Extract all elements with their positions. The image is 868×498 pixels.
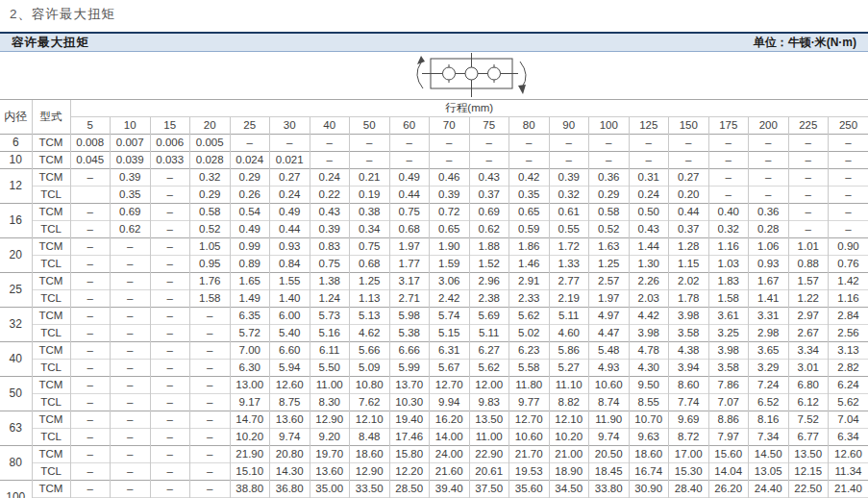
torque-value-cell: 2.26 — [629, 273, 669, 290]
type-cell: TCM — [32, 308, 70, 325]
torque-value-cell: 5.11 — [469, 325, 509, 342]
table-row: TCL–––0.950.890.840.750.681.771.591.521.… — [0, 256, 868, 273]
torque-value-cell: 19.53 — [509, 463, 550, 481]
torque-value-cell: 0.39 — [310, 221, 350, 238]
torque-value-cell: 10.20 — [549, 429, 589, 446]
stroke-header-cell: 200 — [749, 117, 789, 135]
torque-value-cell: 1.41 — [749, 290, 789, 308]
torque-value-cell: 16.20 — [430, 411, 470, 429]
torque-value-cell: 2.57 — [589, 273, 630, 290]
torque-value-cell: 8.74 — [589, 394, 630, 411]
torque-value-cell: 2.98 — [749, 325, 789, 342]
torque-value-cell: 1.72 — [549, 238, 589, 256]
torque-value-cell: – — [150, 273, 190, 290]
torque-value-cell: 5.62 — [469, 360, 509, 377]
torque-value-cell: 5.16 — [310, 325, 350, 342]
torque-value-cell: 0.008 — [70, 135, 111, 152]
torque-value-cell: – — [150, 256, 190, 273]
torque-value-cell: – — [70, 342, 111, 360]
table-row: 6TCM0.0080.0070.0060.005–––––––––––––––– — [0, 135, 868, 152]
stroke-header-cell: 60 — [389, 117, 430, 135]
torque-value-cell: – — [150, 463, 190, 481]
torque-value-cell: 19.40 — [389, 411, 430, 429]
torque-value-cell: 5.73 — [310, 308, 350, 325]
torque-value-cell: – — [150, 342, 190, 360]
table-row: 40TCM––––7.006.606.115.666.666.316.276.2… — [0, 342, 868, 360]
torque-value-cell: – — [111, 273, 151, 290]
torque-value-cell: 11.90 — [589, 411, 630, 429]
torque-value-cell: 18.90 — [549, 463, 589, 481]
torque-value-cell: 13.60 — [310, 463, 350, 481]
torque-value-cell: – — [150, 204, 190, 221]
torque-value-cell: 0.52 — [190, 221, 231, 238]
torque-value-cell: – — [270, 135, 310, 152]
torque-value-cell: 6.31 — [430, 342, 470, 360]
type-cell: TCM — [32, 446, 70, 463]
torque-value-cell: 6.66 — [389, 342, 430, 360]
torque-value-cell: 14.04 — [708, 463, 749, 481]
torque-value-cell: – — [190, 308, 231, 325]
torque-value-cell: 12.10 — [549, 411, 589, 429]
torque-value-cell: 4.62 — [350, 325, 390, 342]
torque-value-cell: 19.70 — [310, 446, 350, 463]
torque-value-cell: 0.19 — [350, 187, 390, 204]
torque-value-cell: 9.74 — [270, 429, 310, 446]
torque-value-cell: 7.24 — [749, 377, 789, 394]
type-cell: TCL — [32, 463, 70, 481]
torque-value-cell: 11.80 — [509, 377, 550, 394]
torque-value-cell: 0.49 — [270, 204, 310, 221]
torque-value-cell: 1.52 — [469, 256, 509, 273]
torque-value-cell: 1.42 — [829, 273, 868, 290]
torque-value-cell: 1.65 — [230, 273, 270, 290]
inner-diameter-cell: 6 — [0, 135, 32, 152]
torque-value-cell: 35.60 — [509, 481, 550, 498]
torque-value-cell: 15.10 — [230, 463, 270, 481]
torque-value-cell: 0.43 — [310, 204, 350, 221]
torque-value-cell: 5.11 — [549, 308, 589, 325]
table-row: 25TCM–––1.761.651.551.381.253.173.062.96… — [0, 273, 868, 290]
table-row: 63TCM––––14.7013.6012.9012.1019.4016.201… — [0, 411, 868, 429]
torque-value-cell: – — [150, 481, 190, 498]
torque-value-cell: 1.63 — [589, 238, 630, 256]
torque-value-cell: 3.65 — [749, 342, 789, 360]
torque-value-cell: 33.80 — [589, 481, 630, 498]
inner-diameter-cell: 20 — [0, 238, 32, 273]
torque-value-cell: 0.99 — [230, 238, 270, 256]
torque-value-cell: 26.20 — [708, 481, 749, 498]
torque-value-cell: – — [111, 360, 151, 377]
torque-value-cell: 3.94 — [669, 360, 709, 377]
torque-value-cell: 0.49 — [389, 169, 430, 187]
torque-direction-diagram — [409, 52, 534, 98]
torque-value-cell: 4.30 — [629, 360, 669, 377]
torque-value-cell: 1.44 — [629, 238, 669, 256]
torque-value-cell: 1.38 — [310, 273, 350, 290]
torque-value-cell: 0.21 — [350, 169, 390, 187]
torque-value-cell: 0.40 — [708, 204, 749, 221]
unit-label: 单位：牛顿·米(N·m) — [754, 35, 856, 51]
torque-value-cell: – — [509, 135, 550, 152]
torque-value-cell: – — [111, 394, 151, 411]
torque-value-cell: 1.33 — [549, 256, 589, 273]
torque-value-cell: 12.00 — [469, 377, 509, 394]
torque-value-cell: 6.23 — [509, 342, 550, 360]
stroke-header-cell: 80 — [509, 117, 550, 135]
inner-diameter-cell: 32 — [0, 308, 32, 342]
torque-value-cell: 1.76 — [190, 273, 231, 290]
torque-value-cell: 18.60 — [350, 446, 390, 463]
torque-value-cell: 0.90 — [829, 238, 868, 256]
torque-value-cell: – — [111, 429, 151, 446]
torque-value-cell: – — [788, 221, 829, 238]
torque-value-cell: 7.62 — [350, 394, 390, 411]
torque-value-cell: 0.24 — [310, 169, 350, 187]
type-cell: TCM — [32, 411, 70, 429]
torque-value-cell: – — [150, 308, 190, 325]
torque-value-cell: – — [829, 169, 868, 187]
torque-value-cell: 3.01 — [788, 360, 829, 377]
torque-value-cell: – — [788, 187, 829, 204]
torque-value-cell: 6.12 — [788, 394, 829, 411]
torque-value-cell: 0.32 — [708, 221, 749, 238]
torque-value-cell: 11.10 — [549, 377, 589, 394]
torque-value-cell: – — [70, 411, 111, 429]
torque-value-cell: 0.039 — [111, 152, 151, 169]
torque-value-cell: 7.86 — [708, 377, 749, 394]
